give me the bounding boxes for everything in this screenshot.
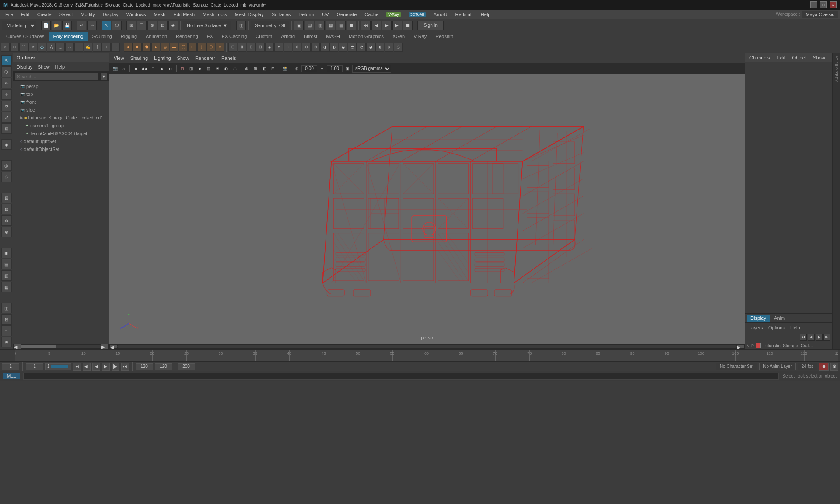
left-snap-grid[interactable]: ⊞ (1, 192, 12, 203)
minimize-button[interactable]: ─ (810, 1, 817, 8)
playback-end-input[interactable] (136, 363, 153, 370)
menu-modify[interactable]: Modify (77, 10, 98, 19)
left-snap-view[interactable]: ⊕ (1, 215, 12, 226)
snap-curve-btn[interactable]: ⌒ (137, 21, 147, 30)
disk-tool[interactable]: ◯ (179, 43, 188, 52)
vp-smooth-btn[interactable]: ● (196, 65, 204, 73)
tab-poly-modeling[interactable]: Poly Modeling (49, 32, 88, 41)
vp-rewind-btn[interactable]: ◀◀ (140, 65, 148, 73)
save-btn[interactable]: 💾 (62, 21, 72, 30)
anim-play-btn[interactable]: ▶ (382, 21, 392, 30)
tab-rendering[interactable]: Rendering (172, 32, 203, 41)
pipe-tool[interactable]: ⊏ (188, 43, 197, 52)
measure-tool[interactable]: ↔ (111, 43, 120, 52)
sculpt-tool[interactable]: ◔ (357, 43, 366, 52)
left-misc1[interactable]: ◫ (1, 303, 12, 313)
vp-scroll-left[interactable]: ◀ (110, 345, 117, 348)
layer-tab-help[interactable]: Help (788, 324, 802, 331)
tab-bifrost[interactable]: Bifrost (299, 32, 322, 41)
no-anim-layer-btn[interactable]: No Anim Layer (759, 363, 796, 370)
select-tool-btn[interactable]: ↖ (102, 21, 111, 30)
layer-last-btn[interactable]: ⏭ (823, 334, 830, 341)
maximize-button[interactable]: □ (820, 1, 827, 8)
vp-shaded-btn[interactable]: ◫ (187, 65, 195, 73)
target-weld-tool[interactable]: ◐ (329, 43, 338, 52)
helix-tool[interactable]: ʃ (93, 43, 102, 52)
extrude-tool[interactable]: ⊞ (228, 43, 237, 52)
transform-tool[interactable]: ⊞ (1, 123, 12, 134)
ch-tab-edit[interactable]: Edit (774, 54, 788, 61)
render-seq-btn[interactable]: ▤ (304, 21, 314, 30)
viewport-canvas[interactable]: persp X Z Y (109, 74, 745, 344)
menu-select[interactable]: Select (56, 10, 77, 19)
tab-xgen[interactable]: XGen (388, 32, 409, 41)
render-batch-btn[interactable]: ▦ (326, 21, 335, 30)
vp-gamma-input[interactable] (327, 65, 343, 72)
vp-play-fwd-btn[interactable]: ▶ (158, 65, 166, 73)
render-opts-btn[interactable]: ▥ (315, 21, 325, 30)
outliner-scroll-track[interactable] (21, 345, 101, 348)
play-back-btn[interactable]: ◀ (92, 363, 100, 371)
left-snap-obj[interactable]: ⊡ (1, 204, 12, 214)
render-stop-btn[interactable]: ⏹ (346, 21, 356, 30)
ch-tab-show[interactable]: Show (810, 54, 828, 61)
play-fwd-btn[interactable]: ▶ (102, 363, 110, 371)
range-start-input[interactable] (26, 363, 43, 370)
fps-btn[interactable]: 24 fps (798, 363, 817, 370)
vp-frame-btn[interactable]: □ (149, 65, 157, 73)
step-fwd-btn[interactable]: |▶ (112, 363, 119, 371)
goto-end-btn[interactable]: ⏭ (121, 363, 129, 371)
menu-deform[interactable]: Deform (295, 10, 318, 19)
vp-isolate-btn[interactable]: ⊕ (243, 65, 251, 73)
menu-vray[interactable]: V-Ray (383, 10, 404, 19)
paint-select-tool[interactable]: ✏ (1, 78, 12, 88)
scale-tool[interactable]: ⤢ (1, 112, 12, 122)
tab-mash[interactable]: MASH (322, 32, 344, 41)
anim-prev-btn[interactable]: ⏮ (361, 21, 371, 30)
vp-menu-renderer[interactable]: Renderer (192, 55, 218, 62)
layer-prev-btn[interactable]: ◀ (808, 334, 815, 341)
snap-grid-btn[interactable]: ⊞ (126, 21, 136, 30)
outliner-search-input[interactable] (15, 73, 98, 80)
undo-btn[interactable]: ↩ (77, 21, 86, 30)
symmetry-btn[interactable]: Symmetry: Off (251, 21, 289, 30)
left-misc2[interactable]: ⊟ (1, 314, 12, 325)
edge-flow-tool[interactable]: ⊗ (293, 43, 301, 52)
no-character-set-btn[interactable]: No Character Set (716, 363, 757, 370)
vp-texture-btn[interactable]: ▨ (205, 65, 213, 73)
poke-tool[interactable]: ⊘ (311, 43, 320, 52)
vp-menu-shading[interactable]: Shading (128, 55, 150, 62)
left-misc4[interactable]: ≋ (1, 337, 12, 347)
torus-tool[interactable]: ◎ (161, 43, 169, 52)
no-live-surface-btn[interactable]: No Live Surface ▼ (183, 21, 231, 30)
close-button[interactable]: ✕ (830, 1, 836, 8)
vp-exposure-input[interactable] (301, 65, 317, 72)
anim-step-fwd-btn[interactable]: ▶| (392, 21, 402, 30)
outliner-search-btn[interactable]: ▼ (100, 73, 107, 80)
render-preview-btn[interactable]: ▣ (294, 21, 304, 30)
vp-prev-frame-btn[interactable]: ⏮ (132, 65, 140, 73)
outliner-item-futuristic[interactable]: ▶ ■ Futuristic_Storage_Crate_Locked_nd1 (13, 114, 109, 122)
outliner-item-side[interactable]: 📷 side (13, 106, 109, 114)
scroll-left-btn[interactable]: ◀ (14, 344, 21, 349)
vp-scroll-right[interactable]: ▶ (737, 345, 744, 348)
snap-surf-btn[interactable]: ◈ (168, 21, 178, 30)
vp-wireframe-btn[interactable]: ⊡ (178, 65, 186, 73)
auto-key-btn[interactable]: ⏺ (819, 363, 829, 371)
tab-vray[interactable]: V-Ray (409, 32, 431, 41)
polyline-tool[interactable]: ⌐ (74, 43, 83, 52)
mel-input[interactable] (23, 373, 779, 380)
circle-tool[interactable]: ○ (1, 43, 10, 52)
tab-rigging[interactable]: Rigging (116, 32, 141, 41)
menu-edit[interactable]: Edit (18, 10, 33, 19)
ch-tab-object[interactable]: Object (789, 54, 808, 61)
tab-animation[interactable]: Animation (141, 32, 172, 41)
menu-generate[interactable]: Generate (333, 10, 360, 19)
platonic-tool[interactable]: ◇ (216, 43, 224, 52)
da-tab-display[interactable]: Display (747, 315, 770, 322)
anim-step-back-btn[interactable]: ◀ (371, 21, 381, 30)
new-btn[interactable]: 📄 (41, 21, 51, 30)
scroll-right-btn[interactable]: ▶ (101, 344, 108, 349)
anchor-tool[interactable]: ⚓ (38, 43, 46, 52)
outliner-item-default-light-set[interactable]: ○ defaultLightSet (13, 137, 109, 145)
